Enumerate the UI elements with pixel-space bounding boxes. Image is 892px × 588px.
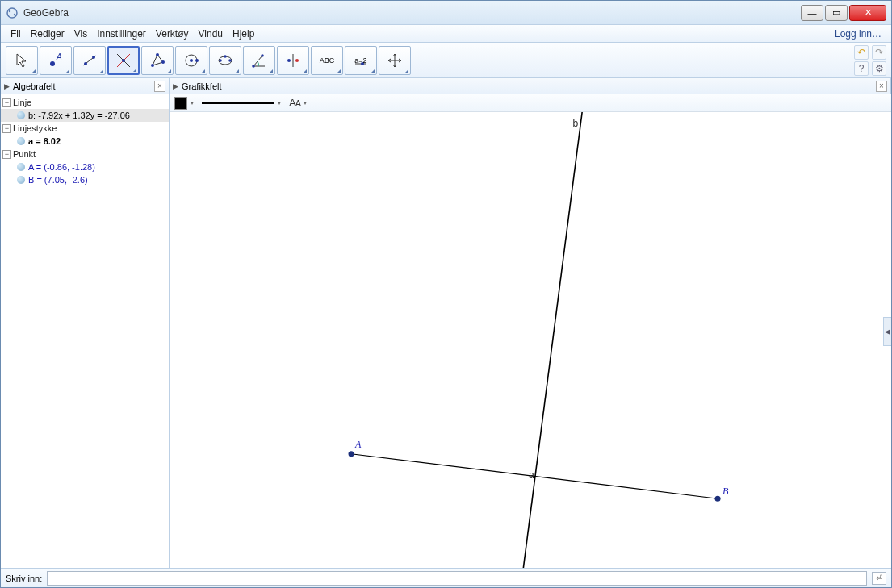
label-segment-a[interactable]: a [529,469,534,481]
graphics-style-bar: ▾ ▾ AA ▾ [170,94,891,112]
graphics-svg: A B a b [170,112,891,568]
panel-headers: ▶ Algebrafelt × ▶ Grafikkfelt × [1,78,891,94]
tree-category[interactable]: −Linjestykke [1,122,169,135]
algebra-panel-header: ▶ Algebrafelt × [1,78,170,94]
tool-perpendicular[interactable] [107,46,140,75]
line-b[interactable] [518,112,588,568]
label-b-point[interactable]: B [722,486,729,497]
color-dropdown-icon[interactable]: ▾ [191,99,194,106]
tree-item-a[interactable]: a = 8.02 [1,135,169,148]
menu-vis[interactable]: Vis [69,27,92,41]
visibility-dot-icon[interactable] [17,137,25,145]
svg-point-22 [252,65,255,68]
svg-point-25 [287,59,291,62]
graphics-panel-title: Grafikkfelt [182,81,222,91]
svg-marker-11 [153,55,163,65]
tool-reflect[interactable] [277,46,309,75]
graphics-close-icon[interactable]: × [876,81,887,92]
tool-point[interactable]: A [40,46,72,75]
minimize-button[interactable]: — [801,5,823,21]
menu-innstillinger[interactable]: Innstillinger [92,27,151,41]
menu-verktoy[interactable]: Verktøy [151,27,194,41]
tool-text[interactable]: ABC [311,46,343,75]
tree-category[interactable]: −Linje [1,96,169,109]
color-picker[interactable] [174,97,187,110]
settings-icon[interactable]: ⚙ [872,61,886,76]
toolbar: AABCa=2 ↶ ↷ ? ⚙ [1,43,891,78]
svg-point-0 [7,8,17,18]
menu-fil[interactable]: Fil [6,27,26,41]
tool-move[interactable] [6,46,38,75]
svg-point-23 [261,54,264,57]
tool-slider[interactable]: a=2 [345,46,377,75]
label-a[interactable]: A [354,439,362,450]
algebra-collapse-icon[interactable]: ▶ [4,82,10,90]
font-dropdown-icon[interactable]: ▾ [304,99,307,106]
tree-item-b[interactable]: b: -7.92x + 1.32y = -27.06 [1,109,169,122]
input-bar: Skriv inn: ⏎ [1,568,891,587]
menu-hjelp[interactable]: Hjelp [228,27,259,41]
svg-point-1 [9,10,10,11]
font-size-picker[interactable]: AA [289,97,300,109]
redo-button[interactable]: ↷ [872,45,886,60]
graphics-panel-header: ▶ Grafikkfelt × [170,78,891,94]
close-button[interactable]: ✕ [849,5,886,21]
app-title: GeoGebra [23,7,801,19]
svg-point-12 [151,64,154,67]
visibility-dot-icon[interactable] [17,111,25,119]
svg-point-20 [228,59,232,62]
app-window: GeoGebra — ▭ ✕ Fil Rediger Vis Innstilli… [0,0,892,588]
login-link[interactable]: Logg inn… [830,27,886,41]
command-input[interactable] [47,571,867,586]
tool-line[interactable] [73,46,106,75]
algebra-close-icon[interactable]: × [154,81,165,92]
algebra-panel: −Linjeb: -7.92x + 1.32y = -27.06−Linjest… [1,94,170,568]
toolbar-side-icons: ↶ ↷ ? ⚙ [854,45,886,76]
maximize-button[interactable]: ▭ [825,5,848,21]
svg-point-3 [50,61,55,66]
svg-point-6 [84,62,87,65]
tool-group: AABCa=2 [6,46,411,75]
point-a[interactable] [349,451,354,457]
tool-move-view[interactable] [379,46,411,75]
graphics-canvas[interactable]: A B a b [170,112,891,568]
tool-polygon[interactable] [141,46,174,75]
graphics-collapse-icon[interactable]: ▶ [173,82,178,90]
app-icon [6,6,19,19]
tree-category[interactable]: −Punkt [1,148,169,161]
tree-toggle-icon[interactable]: − [2,150,11,159]
point-b[interactable] [715,496,721,502]
tree-item-A[interactable]: A = (-0.86, -1.28) [1,161,169,173]
titlebar: GeoGebra — ▭ ✕ [1,1,891,25]
visibility-dot-icon[interactable] [17,163,25,171]
tool-ellipse[interactable] [209,46,241,75]
label-line-b[interactable]: b [572,118,578,129]
menubar: Fil Rediger Vis Innstillinger Verktøy Vi… [1,25,891,43]
main-area: −Linjeb: -7.92x + 1.32y = -27.06−Linjest… [1,94,891,568]
svg-point-19 [219,59,222,62]
svg-point-26 [295,59,299,62]
side-expand-handle[interactable]: ◀ [883,317,891,346]
tree-item-B[interactable]: B = (7.05, -2.6) [1,173,169,186]
tool-circle[interactable] [175,46,207,75]
line-style-picker[interactable] [202,102,274,104]
input-helper-button[interactable]: ⏎ [872,572,886,585]
svg-point-13 [156,53,159,56]
graphics-panel: ▾ ▾ AA ▾ A B a b [170,94,891,568]
svg-point-21 [224,55,227,58]
algebra-panel-title: Algebrafelt [13,81,56,91]
svg-text:A: A [56,52,62,61]
visibility-dot-icon[interactable] [17,176,25,184]
undo-button[interactable]: ↶ [854,45,869,60]
line-style-dropdown-icon[interactable]: ▾ [278,99,281,106]
svg-point-2 [14,13,15,15]
svg-point-16 [190,59,193,62]
segment-a[interactable] [351,454,718,498]
tree-toggle-icon[interactable]: − [2,124,11,133]
menu-rediger[interactable]: Rediger [26,27,69,41]
tree-toggle-icon[interactable]: − [2,98,11,107]
menu-vindu[interactable]: Vindu [194,27,228,41]
help-icon[interactable]: ? [854,61,869,76]
tool-angle[interactable] [243,46,275,75]
input-label: Skriv inn: [6,573,42,583]
